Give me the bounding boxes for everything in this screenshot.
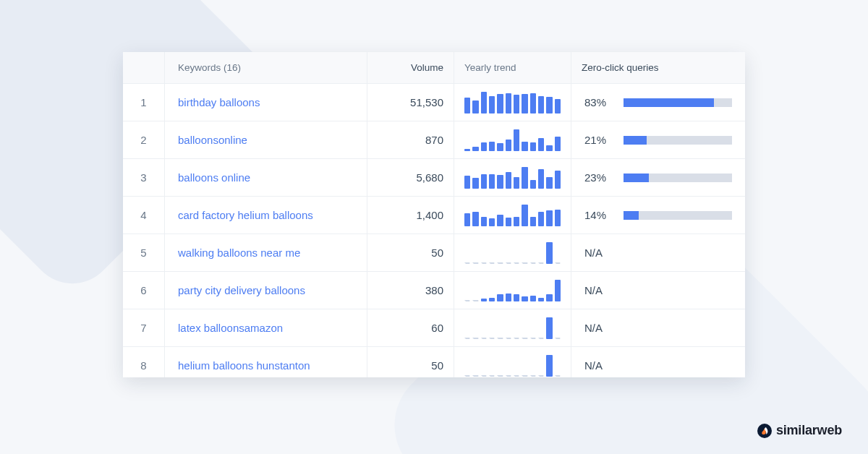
table-row: 4card factory helium balloons1,40014% <box>123 197 745 234</box>
table-row: 5walking balloons near me50N/A <box>123 234 745 272</box>
zero-click-bar <box>624 98 732 107</box>
table-row: 3balloons online5,68023% <box>123 159 745 197</box>
table-row: 2balloonsonline87021% <box>123 121 745 159</box>
keyword-link[interactable]: birthday balloons <box>165 84 367 121</box>
zero-click-pct: 14% <box>584 209 615 221</box>
zero-click-pct: N/A <box>584 322 615 334</box>
trend-sparkline <box>454 121 571 158</box>
row-index: 5 <box>123 234 165 271</box>
table-row: 6party city delivery balloons380N/A <box>123 272 745 309</box>
volume-value: 870 <box>367 121 454 158</box>
zero-click-cell: 21% <box>571 121 745 158</box>
col-header-index <box>123 52 165 83</box>
zero-click-bar <box>624 136 732 145</box>
volume-value: 1,400 <box>367 197 454 234</box>
zero-click-pct: 23% <box>584 171 615 184</box>
table-row: 7latex balloonsamazon60N/A <box>123 309 745 347</box>
zero-click-cell: N/A <box>571 309 745 346</box>
trend-sparkline <box>454 272 571 309</box>
volume-value: 50 <box>367 347 454 377</box>
zero-click-pct: 21% <box>584 134 615 146</box>
row-index: 4 <box>123 197 165 234</box>
zero-click-pct: N/A <box>584 359 615 372</box>
volume-value: 60 <box>367 309 454 346</box>
zero-click-cell: N/A <box>571 234 745 271</box>
row-index: 8 <box>123 347 165 377</box>
volume-value: 51,530 <box>367 84 454 121</box>
zero-click-pct: N/A <box>584 247 615 259</box>
trend-sparkline <box>454 234 571 271</box>
row-index: 2 <box>123 121 165 158</box>
similarweb-icon <box>757 424 772 438</box>
trend-sparkline <box>454 159 571 196</box>
zero-click-cell: N/A <box>571 347 745 377</box>
zero-click-cell: 14% <box>571 197 745 234</box>
trend-sparkline <box>454 197 571 234</box>
volume-value: 380 <box>367 272 454 309</box>
zero-click-bar <box>624 174 732 182</box>
brand-name: similarweb <box>776 423 842 438</box>
col-header-volume[interactable]: Volume <box>367 52 454 83</box>
table-header-row: Keywords (16) Volume Yearly trend Zero-c… <box>123 52 745 84</box>
row-index: 1 <box>123 84 165 121</box>
trend-sparkline <box>454 309 571 346</box>
table-row: 8helium balloons hunstanton50N/A <box>123 347 745 377</box>
volume-value: 50 <box>367 234 454 271</box>
keyword-link[interactable]: balloonsonline <box>165 121 367 158</box>
zero-click-pct: N/A <box>584 284 615 296</box>
row-index: 6 <box>123 272 165 309</box>
zero-click-cell: 83% <box>571 84 745 121</box>
row-index: 3 <box>123 159 165 196</box>
row-index: 7 <box>123 309 165 346</box>
keyword-link[interactable]: card factory helium balloons <box>165 197 367 234</box>
keyword-link[interactable]: walking balloons near me <box>165 234 367 271</box>
zero-click-bar <box>624 211 732 220</box>
volume-value: 5,680 <box>367 159 454 196</box>
keyword-link[interactable]: party city delivery balloons <box>165 272 367 309</box>
zero-click-pct: 83% <box>584 96 615 108</box>
zero-click-cell: 23% <box>571 159 745 196</box>
keywords-table: Keywords (16) Volume Yearly trend Zero-c… <box>123 52 745 377</box>
col-header-trend[interactable]: Yearly trend <box>454 52 571 83</box>
table-row: 1birthday balloons51,53083% <box>123 84 745 121</box>
keyword-link[interactable]: balloons online <box>165 159 367 196</box>
keyword-link[interactable]: latex balloonsamazon <box>165 309 367 346</box>
zero-click-cell: N/A <box>571 272 745 309</box>
trend-sparkline <box>454 347 571 377</box>
keyword-link[interactable]: helium balloons hunstanton <box>165 347 367 377</box>
col-header-zeroclick[interactable]: Zero-click queries <box>571 52 745 83</box>
trend-sparkline <box>454 84 571 121</box>
col-header-keywords[interactable]: Keywords (16) <box>165 52 367 83</box>
brand-logo: similarweb <box>757 423 842 438</box>
